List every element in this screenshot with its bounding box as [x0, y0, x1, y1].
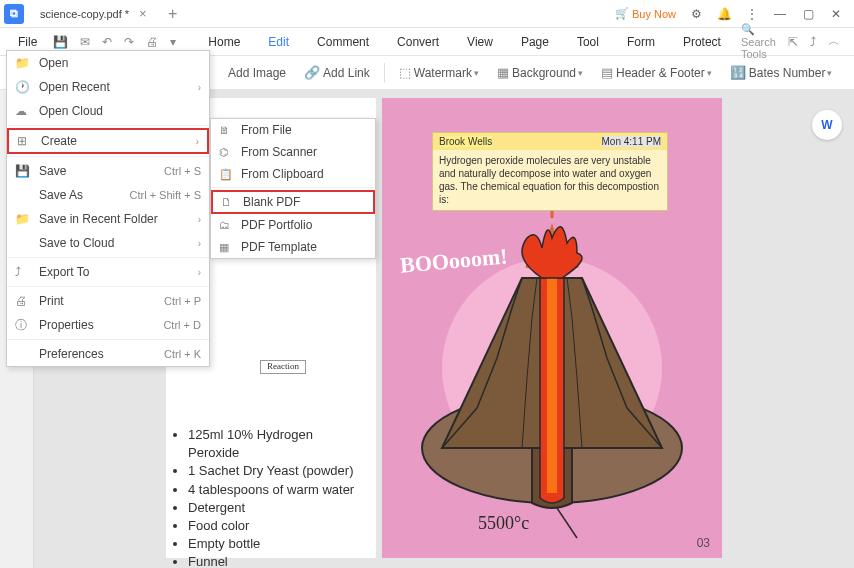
submenu-pdf-template[interactable]: ▦PDF Template	[211, 236, 375, 258]
add-tab-button[interactable]: +	[160, 5, 185, 23]
list-item: Food color	[188, 517, 366, 535]
kebab-menu-icon[interactable]: ⋮	[738, 2, 766, 26]
save-icon: 💾	[15, 164, 33, 178]
notification-icon[interactable]: 🔔	[710, 2, 738, 26]
divider	[384, 63, 385, 83]
menu-properties[interactable]: ⓘPropertiesCtrl + D	[7, 313, 209, 337]
chevron-right-icon: ›	[196, 136, 199, 147]
chevron-down-icon: ▾	[474, 68, 479, 78]
tab-protect[interactable]: Protect	[669, 35, 735, 49]
menu-preferences[interactable]: PreferencesCtrl + K	[7, 342, 209, 366]
watermark-icon: ⬚	[399, 65, 411, 80]
menu-print[interactable]: 🖨PrintCtrl + P	[7, 289, 209, 313]
tab-page[interactable]: Page	[507, 35, 563, 49]
share-icon[interactable]: ⇱	[782, 35, 804, 49]
note-body: Hydrogen peroxide molecules are very uns…	[433, 150, 667, 210]
note-header: Brook Wells Mon 4:11 PM	[433, 133, 667, 150]
folder-icon: 📁	[15, 212, 33, 226]
chevron-down-icon: ▾	[707, 68, 712, 78]
separator	[211, 187, 375, 188]
menu-save-recent[interactable]: 📁Save in Recent Folder›	[7, 207, 209, 231]
buy-now-button[interactable]: 🛒Buy Now	[609, 7, 682, 20]
add-link-button[interactable]: 🔗Add Link	[296, 61, 378, 84]
temperature-label: 5500°c	[478, 513, 529, 534]
link-icon: 🔗	[304, 65, 320, 80]
separator	[7, 286, 209, 287]
maximize-button[interactable]: ▢	[794, 2, 822, 26]
reaction-label: Reaction	[260, 360, 306, 374]
watermark-button[interactable]: ⬚Watermark▾	[391, 61, 487, 84]
sticky-note[interactable]: Brook Wells Mon 4:11 PM Hydrogen peroxid…	[432, 132, 668, 211]
separator	[7, 125, 209, 126]
export-icon: ⤴	[15, 265, 33, 279]
mail-icon[interactable]: ✉	[74, 35, 96, 49]
note-time: Mon 4:11 PM	[602, 136, 661, 147]
cloud-icon: ☁	[15, 104, 33, 118]
file-menu-button[interactable]: File	[8, 35, 47, 49]
submenu-from-scanner[interactable]: ⌬From Scanner	[211, 141, 375, 163]
clock-icon: 🕐	[15, 80, 33, 94]
note-author: Brook Wells	[439, 136, 492, 147]
background-button[interactable]: ▦Background▾	[489, 61, 591, 84]
titlebar: ⧉ science-copy.pdf * × + 🛒Buy Now ⚙ 🔔 ⋮ …	[0, 0, 854, 28]
collapse-icon[interactable]: ︿	[822, 33, 846, 50]
create-submenu: 🗎From File ⌬From Scanner 📋From Clipboard…	[210, 118, 376, 259]
menu-open[interactable]: 📁Open	[7, 51, 209, 75]
close-tab-icon[interactable]: ×	[139, 6, 147, 21]
menu-create[interactable]: ⊞Create›	[7, 128, 209, 154]
header-footer-button[interactable]: ▤Header & Footer▾	[593, 61, 720, 84]
list-item: Funnel	[188, 553, 366, 568]
submenu-blank-pdf[interactable]: 🗋Blank PDF	[211, 190, 375, 214]
tab-convert[interactable]: Convert	[383, 35, 453, 49]
menu-open-recent[interactable]: 🕐Open Recent›	[7, 75, 209, 99]
submenu-from-clipboard[interactable]: 📋From Clipboard	[211, 163, 375, 185]
submenu-from-file[interactable]: 🗎From File	[211, 119, 375, 141]
chevron-right-icon: ›	[198, 214, 201, 225]
tab-home[interactable]: Home	[194, 35, 254, 49]
header-footer-icon: ▤	[601, 65, 613, 80]
print-icon: 🖨	[15, 294, 33, 308]
close-window-button[interactable]: ✕	[822, 2, 850, 26]
portfolio-icon: 🗂	[219, 219, 237, 231]
external-icon[interactable]: ⤴	[804, 35, 822, 49]
cart-icon: 🛒	[615, 7, 629, 20]
settings-icon[interactable]: ⚙	[682, 2, 710, 26]
page-right: Brook Wells Mon 4:11 PM Hydrogen peroxid…	[382, 98, 722, 558]
list-item: Empty bottle	[188, 535, 366, 553]
dropdown-icon[interactable]: ▾	[164, 35, 182, 49]
scanner-icon: ⌬	[219, 146, 237, 159]
word-export-badge[interactable]: W	[812, 110, 842, 140]
menu-save[interactable]: 💾SaveCtrl + S	[7, 159, 209, 183]
file-dropdown-menu: 📁Open 🕐Open Recent› ☁Open Cloud ⊞Create›…	[6, 50, 210, 367]
tab-edit[interactable]: Edit	[254, 35, 303, 49]
menu-open-cloud[interactable]: ☁Open Cloud	[7, 99, 209, 123]
app-icon: ⧉	[4, 4, 24, 24]
bates-number-button[interactable]: 🔢Bates Number▾	[722, 61, 841, 84]
materials-list: 125ml 10% Hydrogen Peroxide 1 Sachet Dry…	[166, 426, 376, 568]
menu-export[interactable]: ⤴Export To›	[7, 260, 209, 284]
menu-save-as[interactable]: Save AsCtrl + Shift + S	[7, 183, 209, 207]
chevron-down-icon: ▾	[827, 68, 832, 78]
list-item: 4 tablespoons of warm water	[188, 481, 366, 499]
undo-icon[interactable]: ↶	[96, 35, 118, 49]
add-image-button[interactable]: Add Image	[220, 62, 294, 84]
document-tab[interactable]: science-copy.pdf * ×	[30, 2, 160, 26]
menu-save-cloud[interactable]: Save to Cloud›	[7, 231, 209, 255]
separator	[7, 156, 209, 157]
tab-view[interactable]: View	[453, 35, 507, 49]
submenu-pdf-portfolio[interactable]: 🗂PDF Portfolio	[211, 214, 375, 236]
separator	[7, 257, 209, 258]
tab-comment[interactable]: Comment	[303, 35, 383, 49]
redo-icon[interactable]: ↷	[118, 35, 140, 49]
info-icon: ⓘ	[15, 317, 33, 334]
main-menu-tabs: Home Edit Comment Convert View Page Tool…	[194, 35, 735, 49]
folder-icon: 📁	[15, 56, 33, 70]
search-tools-input[interactable]: 🔍 Search Tools	[735, 23, 782, 60]
print-icon[interactable]: 🖨	[140, 35, 164, 49]
chevron-right-icon: ›	[198, 267, 201, 278]
tab-tool[interactable]: Tool	[563, 35, 613, 49]
save-icon[interactable]: 💾	[47, 35, 74, 49]
minimize-button[interactable]: —	[766, 2, 794, 26]
chevron-right-icon: ›	[198, 238, 201, 249]
tab-form[interactable]: Form	[613, 35, 669, 49]
